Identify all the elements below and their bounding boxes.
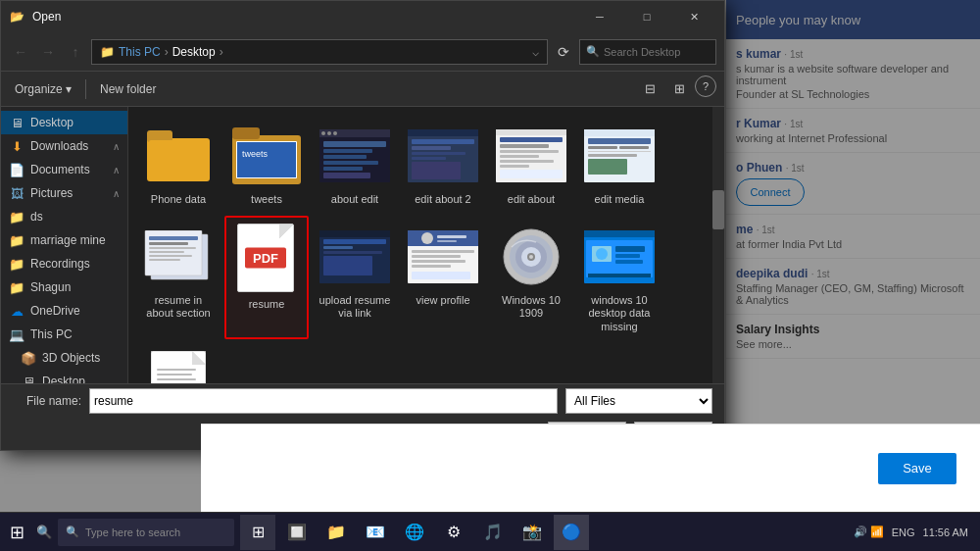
view-button[interactable]: ⊟ xyxy=(636,75,663,103)
new-folder-button[interactable]: New folder xyxy=(94,78,162,100)
close-button[interactable]: ✕ xyxy=(671,1,716,32)
onedrive-icon: ☁ xyxy=(9,303,24,319)
folder-icon: 📁 xyxy=(9,209,24,225)
sidebar-item-ds[interactable]: 📁 ds xyxy=(1,205,127,228)
file-item-upload-resume[interactable]: upload resume via link xyxy=(313,216,397,339)
scrollbar[interactable] xyxy=(712,107,724,383)
taskbar-mail-button[interactable]: 📧 xyxy=(358,515,393,550)
systray-icons: 🔊 📶 xyxy=(854,526,884,538)
svg-rect-17 xyxy=(323,161,378,165)
svg-rect-7 xyxy=(237,142,296,177)
filetype-select[interactable]: All Files PDF Files Word Documents xyxy=(565,388,712,414)
svg-rect-65 xyxy=(412,260,466,263)
dialog-title: Open xyxy=(32,10,577,24)
sidebar-item-shagun[interactable]: 📁 Shagun xyxy=(1,276,127,299)
svg-rect-41 xyxy=(588,151,651,152)
file-item-resume-about[interactable]: resume in about section xyxy=(136,216,220,339)
taskbar-edge-button[interactable]: 🌐 xyxy=(397,515,432,550)
sidebar-item-onedrive[interactable]: ☁ OneDrive xyxy=(1,299,127,323)
taskbar-apps-button[interactable]: ⊞ xyxy=(240,515,275,550)
svg-rect-33 xyxy=(500,160,554,163)
svg-rect-61 xyxy=(437,235,466,238)
search-button[interactable]: 🔍 xyxy=(32,525,56,539)
file-item-tweets[interactable]: tweets tweets xyxy=(224,115,309,212)
svg-rect-48 xyxy=(149,247,196,249)
breadcrumb[interactable]: 📁 This PC › Desktop › ⌵ xyxy=(91,39,548,65)
view-button-2[interactable]: ⊞ xyxy=(665,75,693,103)
svg-rect-30 xyxy=(500,144,549,148)
sidebar: 🖥 Desktop ⬇ Downloads ∧ 📄 Documents ∧ 🖼 … xyxy=(1,107,128,383)
svg-rect-82 xyxy=(588,274,651,277)
svg-point-60 xyxy=(421,232,433,244)
save-button[interactable]: Save xyxy=(878,453,956,484)
file-item-windows-1909[interactable]: Windows 10 1909 xyxy=(489,216,573,339)
svg-rect-67 xyxy=(412,272,470,279)
start-button[interactable]: ⊞ xyxy=(4,522,30,543)
svg-rect-28 xyxy=(496,129,566,135)
svg-rect-43 xyxy=(588,159,627,175)
svg-rect-21 xyxy=(408,129,478,136)
search-icon: 🔍 xyxy=(586,45,600,58)
svg-rect-50 xyxy=(149,255,192,257)
file-item-edit-about[interactable]: edit about xyxy=(489,115,573,212)
taskbar-chrome-button[interactable]: 🔵 xyxy=(554,515,589,550)
svg-rect-79 xyxy=(615,246,645,252)
filename-input[interactable] xyxy=(89,388,558,414)
help-button[interactable]: ? xyxy=(695,75,716,97)
file-item-edit-about-2[interactable]: edit about 2 xyxy=(401,115,485,212)
taskbar-store-button[interactable]: 📁 xyxy=(318,515,354,550)
file-item-youtube[interactable]: youtube keywords xyxy=(136,343,220,383)
file-item-edit-media[interactable]: edit media xyxy=(577,115,662,212)
svg-rect-51 xyxy=(149,259,180,261)
file-item-resume[interactable]: PDF resume xyxy=(224,216,309,339)
svg-rect-64 xyxy=(412,255,461,258)
file-item-windows-desktop[interactable]: windows 10 desktop data missing xyxy=(577,216,662,339)
svg-rect-24 xyxy=(412,152,466,155)
desktop-icon: 🖥 xyxy=(9,115,24,130)
taskbar-photos-button[interactable]: 📸 xyxy=(514,515,550,550)
file-item-phone-data[interactable]: Phone data xyxy=(136,115,220,212)
file-item-about-edit[interactable]: about edit xyxy=(313,115,397,212)
scroll-thumb[interactable] xyxy=(712,190,724,229)
taskbar-settings-button[interactable]: ⚙ xyxy=(436,515,471,550)
sidebar-item-desktop2[interactable]: 🖥 Desktop xyxy=(1,370,127,383)
svg-point-73 xyxy=(529,255,533,259)
toolbar: Organize ▾ New folder ⊟ ⊞ ? xyxy=(1,72,724,107)
sidebar-item-pictures[interactable]: 🖼 Pictures ∧ xyxy=(1,181,127,205)
svg-rect-40 xyxy=(619,146,649,149)
folder-icon-2: 📁 xyxy=(9,232,24,248)
sidebar-item-marriage[interactable]: 📁 marriage mine xyxy=(1,228,127,252)
file-grid: Phone data tweets tweets xyxy=(128,107,712,383)
svg-rect-62 xyxy=(437,240,457,242)
language-indicator: ENG xyxy=(892,526,915,538)
svg-rect-54 xyxy=(323,239,386,244)
sidebar-item-downloads-pin[interactable]: ⬇ Downloads ∧ xyxy=(1,134,127,158)
maximize-button[interactable]: □ xyxy=(624,1,669,32)
titlebar-controls: ─ □ ✕ xyxy=(577,1,716,32)
svg-rect-25 xyxy=(412,157,446,160)
organize-button[interactable]: Organize ▾ xyxy=(9,78,77,100)
svg-rect-57 xyxy=(323,256,372,276)
sidebar-item-thispc[interactable]: 💻 This PC xyxy=(1,323,127,346)
svg-rect-55 xyxy=(323,246,353,249)
svg-rect-88 xyxy=(157,378,196,380)
forward-button[interactable]: → xyxy=(36,40,60,64)
sidebar-item-desktop[interactable]: 🖥 Desktop xyxy=(1,111,127,134)
svg-rect-81 xyxy=(615,260,643,264)
file-item-view-profile[interactable]: view profile xyxy=(401,216,485,339)
refresh-button[interactable]: ⟳ xyxy=(552,40,575,64)
taskbar-music-button[interactable]: 🎵 xyxy=(475,515,511,550)
back-button[interactable]: ← xyxy=(9,40,32,64)
sidebar-item-documents[interactable]: 📄 Documents ∧ xyxy=(1,158,127,181)
taskbar-cortana-button[interactable]: 🔲 xyxy=(279,515,315,550)
sidebar-item-3dobjects[interactable]: 📦 3D Objects xyxy=(1,346,127,370)
search-input[interactable] xyxy=(604,46,710,58)
sidebar-item-recordings[interactable]: 📁 Recordings xyxy=(1,252,127,276)
svg-rect-18 xyxy=(323,167,363,171)
up-button[interactable]: ↑ xyxy=(64,40,87,64)
svg-rect-66 xyxy=(412,265,451,268)
svg-rect-11 xyxy=(321,131,325,135)
taskbar-search[interactable]: 🔍 Type here to search xyxy=(58,519,234,546)
minimize-button[interactable]: ─ xyxy=(577,1,622,32)
thispc-icon: 💻 xyxy=(9,326,24,342)
